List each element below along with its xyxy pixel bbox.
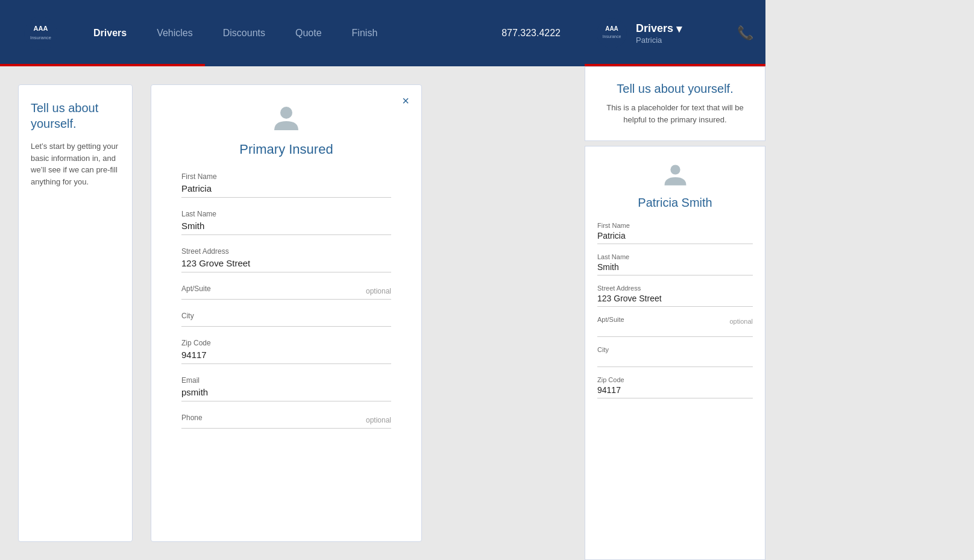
chevron-down-icon: ▾ — [676, 22, 682, 36]
form-section-title: Primary Insured — [181, 142, 391, 157]
field-first-name: First Name Patricia — [181, 172, 391, 198]
field-phone: Phone optional — [181, 414, 391, 429]
value-first-name[interactable]: Patricia — [181, 183, 391, 198]
profile-label-zip-code: Zip Code — [597, 376, 753, 383]
profile-label-city: City — [597, 346, 753, 353]
profile-field-last-name: Last Name Smith — [597, 253, 753, 275]
profile-card: Patricia Smith First Name Patricia Last … — [585, 146, 765, 560]
profile-apt-suite-optional: optional — [729, 318, 753, 325]
profile-value-zip-code: 94117 — [597, 385, 753, 398]
field-last-name: Last Name Smith — [181, 210, 391, 235]
info-box-title: Tell us about yourself. — [597, 82, 753, 96]
profile-value-first-name: Patricia — [597, 231, 753, 244]
logo-area: AAA Insurance — [24, 17, 57, 50]
sidebar-body: Let’s start by getting your basic inform… — [31, 140, 120, 187]
nav-drivers[interactable]: Drivers — [93, 28, 127, 39]
profile-icon-area — [597, 162, 753, 191]
apt-suite-optional: optional — [366, 287, 391, 295]
right-content: Tell us about yourself. This is a placeh… — [585, 66, 765, 560]
label-email: Email — [181, 376, 391, 385]
svg-point-7 — [670, 165, 680, 174]
profile-value-street-address: 123 Grove Street — [597, 294, 753, 307]
value-zip-code[interactable]: 94117 — [181, 350, 391, 364]
person-icon-area — [181, 103, 391, 136]
svg-text:AAA: AAA — [605, 25, 618, 32]
nav-finish[interactable]: Finish — [352, 28, 378, 39]
form-card: × Primary Insured First Name Patricia La… — [151, 84, 422, 542]
profile-name: Patricia Smith — [597, 196, 753, 210]
nav-quote[interactable]: Quote — [295, 28, 322, 39]
right-navbar: AAA Insurance Drivers ▾ Patricia 📞 — [585, 0, 765, 66]
value-last-name[interactable]: Smith — [181, 221, 391, 235]
value-email[interactable]: psmith — [181, 387, 391, 401]
field-zip-code: Zip Code 94117 — [181, 339, 391, 364]
nav-items: Drivers Vehicles Discounts Quote Finish … — [93, 28, 561, 39]
phone-row: Phone optional — [181, 414, 391, 424]
value-phone[interactable] — [181, 424, 391, 429]
svg-point-0 — [24, 17, 57, 50]
field-email: Email psmith — [181, 376, 391, 401]
profile-label-street-address: Street Address — [597, 285, 753, 292]
main-section: AAA Insurance Drivers Vehicles Discounts… — [0, 0, 585, 560]
field-street-address: Street Address 123 Grove Street — [181, 247, 391, 272]
right-nav-title-text: Drivers — [636, 22, 673, 35]
label-last-name: Last Name — [181, 210, 391, 218]
label-apt-suite: Apt/Suite — [181, 285, 211, 293]
svg-text:Insurance: Insurance — [30, 35, 52, 40]
nav-discounts[interactable]: Discounts — [223, 28, 265, 39]
close-button[interactable]: × — [402, 94, 409, 108]
profile-field-city: City — [597, 346, 753, 367]
value-street-address[interactable]: 123 Grove Street — [181, 258, 391, 272]
label-zip-code: Zip Code — [181, 339, 391, 347]
navbar: AAA Insurance Drivers Vehicles Discounts… — [0, 0, 585, 66]
label-phone: Phone — [181, 414, 203, 422]
svg-text:Insurance: Insurance — [603, 34, 621, 39]
label-first-name: First Name — [181, 172, 391, 181]
apt-suite-row: Apt/Suite optional — [181, 285, 391, 295]
profile-label-first-name: First Name — [597, 222, 753, 229]
right-nav-subtitle: Patricia — [636, 36, 728, 45]
label-street-address: Street Address — [181, 247, 391, 256]
value-city[interactable] — [181, 322, 391, 327]
right-nav-title[interactable]: Drivers ▾ — [636, 22, 728, 36]
profile-value-city — [597, 355, 753, 367]
field-city: City — [181, 312, 391, 327]
content-area: Tell us about yourself. Let’s start by g… — [0, 66, 585, 560]
sidebar-title: Tell us about yourself. — [31, 100, 120, 131]
right-nav-title-area: Drivers ▾ Patricia — [636, 22, 728, 45]
profile-field-street-address: Street Address 123 Grove Street — [597, 285, 753, 307]
profile-field-apt-suite: Apt/Suite optional — [597, 316, 753, 337]
profile-label-apt-suite: Apt/Suite — [597, 316, 624, 323]
aaa-logo: AAA Insurance — [24, 17, 57, 50]
right-nav-phone-icon[interactable]: 📞 — [737, 25, 753, 41]
sidebar-card: Tell us about yourself. Let’s start by g… — [18, 84, 133, 542]
profile-value-last-name: Smith — [597, 262, 753, 275]
profile-field-first-name: First Name Patricia — [597, 222, 753, 244]
label-city: City — [181, 312, 391, 320]
profile-value-apt-suite — [597, 325, 753, 337]
right-panel: AAA Insurance Drivers ▾ Patricia 📞 Tell … — [585, 0, 765, 560]
value-apt-suite[interactable] — [181, 295, 391, 300]
svg-point-4 — [597, 18, 627, 48]
right-nav-logo: AAA Insurance — [597, 18, 627, 48]
profile-apt-suite-row: Apt/Suite optional — [597, 316, 753, 325]
nav-vehicles[interactable]: Vehicles — [157, 28, 193, 39]
profile-label-last-name: Last Name — [597, 253, 753, 260]
primary-insured-icon — [271, 103, 301, 133]
svg-text:AAA: AAA — [34, 25, 48, 32]
profile-field-zip-code: Zip Code 94117 — [597, 376, 753, 398]
info-box: Tell us about yourself. This is a placeh… — [585, 66, 765, 141]
profile-person-icon — [662, 162, 689, 189]
phone-optional: optional — [366, 416, 391, 424]
svg-point-3 — [280, 107, 292, 119]
info-box-body: This is a placeholder for text that will… — [597, 102, 753, 125]
field-apt-suite: Apt/Suite optional — [181, 285, 391, 300]
phone-number: 877.323.4222 — [501, 28, 561, 39]
